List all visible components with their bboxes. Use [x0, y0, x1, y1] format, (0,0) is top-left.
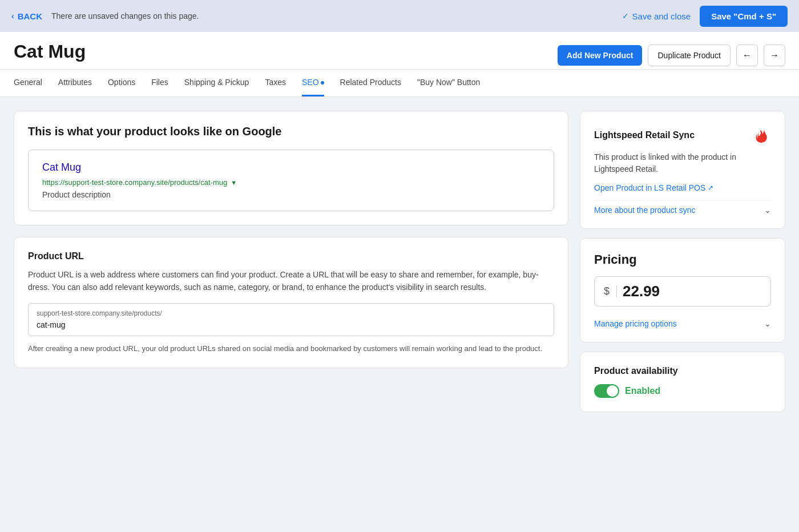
tab-buynow[interactable]: "Buy Now" Button — [417, 70, 480, 96]
gp-description: Product description — [42, 190, 540, 199]
header-actions: Add New Product Duplicate Product ← → — [558, 45, 785, 66]
back-label: BACK — [18, 11, 42, 21]
gp-url: https://support-test-store.company.site/… — [42, 178, 227, 187]
pricing-more-row: Manage pricing options ⌄ — [594, 315, 771, 328]
lightspeed-icon — [750, 125, 771, 146]
external-link-icon: ↗︎ — [708, 184, 713, 192]
checkmark-icon: ✓ — [622, 11, 629, 21]
price-input[interactable] — [623, 283, 761, 300]
sync-header: Lightspeed Retail Sync — [594, 125, 771, 146]
manage-pricing-link[interactable]: Manage pricing options — [594, 319, 677, 328]
save-cmd-label: Save "Cmd + S" — [711, 11, 776, 21]
currency-symbol: $ — [604, 285, 617, 297]
duplicate-product-button[interactable]: Duplicate Product — [648, 45, 731, 66]
more-sync-label: More about the product sync — [594, 205, 695, 215]
page-title: Cat Mug — [14, 41, 86, 69]
sync-more-row: More about the product sync ⌄ — [594, 200, 771, 215]
availability-title: Product availability — [594, 366, 771, 376]
product-url-card: Product URL Product URL is a web address… — [14, 237, 568, 368]
availability-toggle[interactable] — [594, 384, 619, 398]
google-preview-box: Cat Mug https://support-test-store.compa… — [28, 150, 554, 211]
pricing-title: Pricing — [594, 252, 771, 267]
gp-product-name: Cat Mug — [42, 162, 540, 174]
back-button[interactable]: ‹ BACK — [11, 11, 42, 21]
tab-attributes[interactable]: Attributes — [58, 70, 92, 96]
right-column: Lightspeed Retail Sync This product is l… — [580, 111, 785, 412]
unsaved-message: There are unsaved changes on this page. — [51, 11, 613, 21]
add-new-product-button[interactable]: Add New Product — [558, 45, 643, 66]
lightspeed-sync-card: Lightspeed Retail Sync This product is l… — [580, 111, 785, 229]
google-preview-title: This is what your product looks like on … — [28, 125, 554, 138]
save-close-label: Save and close — [632, 11, 691, 21]
url-slug-input[interactable] — [37, 320, 546, 329]
tab-shipping[interactable]: Shipping & Pickup — [184, 70, 249, 96]
tab-related-products[interactable]: Related Products — [340, 70, 401, 96]
tabs-bar: General Attributes Options Files Shippin… — [0, 70, 799, 97]
page-header: Cat Mug Add New Product Duplicate Produc… — [0, 32, 799, 70]
tab-files[interactable]: Files — [151, 70, 168, 96]
right-arrow-icon: → — [770, 50, 779, 61]
tab-general[interactable]: General — [14, 70, 42, 96]
open-ls-retail-label: Open Product in LS Retail POS — [594, 183, 705, 192]
add-new-label: Add New Product — [567, 51, 633, 60]
url-prefix: support-test-store.company.site/products… — [37, 309, 546, 317]
availability-status: Enabled — [625, 386, 660, 396]
gp-url-row: https://support-test-store.company.site/… — [42, 178, 540, 187]
next-product-button[interactable]: → — [764, 45, 785, 66]
top-bar: ‹ BACK There are unsaved changes on this… — [0, 0, 799, 32]
pricing-chevron-down-icon: ⌄ — [764, 319, 771, 328]
open-ls-retail-link[interactable]: Open Product in LS Retail POS ↗︎ — [594, 183, 771, 192]
pricing-card: Pricing $ Manage pricing options ⌄ — [580, 238, 785, 342]
url-note: After creating a new product URL, your o… — [28, 343, 554, 354]
back-chevron-icon: ‹ — [11, 11, 14, 21]
price-input-box: $ — [594, 276, 771, 307]
tab-seo[interactable]: SEO — [302, 70, 324, 96]
sync-description: This product is linked with the product … — [594, 151, 771, 175]
save-close-button[interactable]: ✓ Save and close — [622, 11, 691, 21]
url-input-wrapper: support-test-store.company.site/products… — [28, 303, 554, 336]
gp-url-arrow-icon: ▼ — [231, 179, 237, 186]
prev-product-button[interactable]: ← — [736, 45, 758, 66]
google-preview-card: This is what your product looks like on … — [14, 111, 568, 225]
duplicate-label: Duplicate Product — [657, 51, 721, 60]
chevron-down-icon: ⌄ — [764, 205, 771, 215]
main-content: This is what your product looks like on … — [0, 97, 799, 426]
left-arrow-icon: ← — [742, 50, 752, 61]
save-cmd-button[interactable]: Save "Cmd + S" — [700, 6, 788, 27]
availability-row: Enabled — [594, 384, 771, 398]
tab-options[interactable]: Options — [108, 70, 135, 96]
sync-title: Lightspeed Retail Sync — [594, 130, 695, 140]
product-availability-card: Product availability Enabled — [580, 352, 785, 412]
left-column: This is what your product looks like on … — [14, 111, 568, 412]
manage-pricing-label: Manage pricing options — [594, 319, 677, 328]
tab-taxes[interactable]: Taxes — [265, 70, 286, 96]
more-sync-link[interactable]: More about the product sync — [594, 205, 695, 215]
tab-seo-label: SEO — [302, 78, 319, 87]
tab-dot-icon — [321, 81, 324, 84]
product-url-description: Product URL is a web address where custo… — [28, 268, 554, 294]
product-url-title: Product URL — [28, 251, 554, 261]
